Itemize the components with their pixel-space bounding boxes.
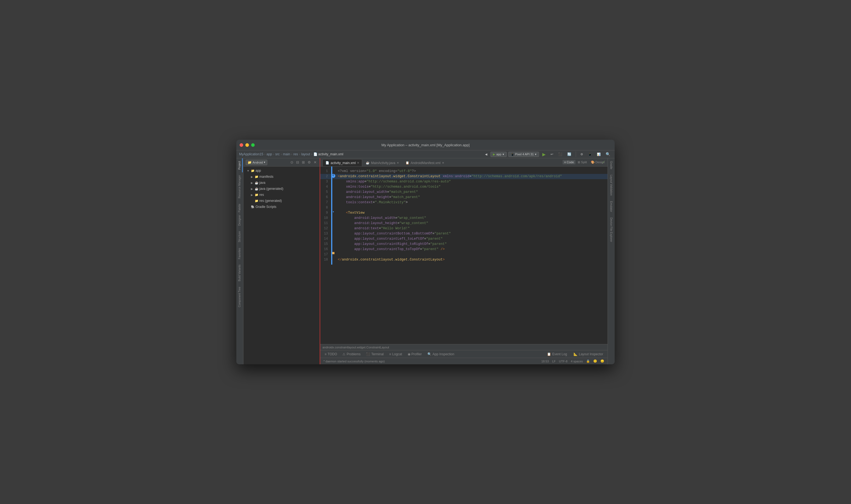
maximize-button[interactable] [251, 143, 255, 147]
sync-gradle-button[interactable]: 🔄 [566, 151, 573, 157]
bottom-tab-app-inspection[interactable]: 🔍 App Inspection [425, 352, 456, 357]
tree-item-res-generated[interactable]: 📁 res (generated) [243, 198, 320, 204]
scope-button[interactable]: ⊙ [290, 160, 294, 165]
face-icon-sad: 😞 [601, 359, 604, 363]
folder-icon-app: 📁 [250, 168, 255, 173]
project-view-dropdown[interactable]: 📁 Android ▾ [246, 160, 267, 165]
breadcrumb-src[interactable]: src [275, 152, 280, 156]
breadcrumb-file[interactable]: 📄activity_main.xml [313, 152, 343, 156]
stop-button[interactable]: ⬛ [557, 151, 564, 157]
code-line-15: 15 app:layout_constraintRight_toRightOf=… [320, 241, 608, 247]
tree-arrow-manifests: ▶ [250, 175, 254, 179]
sidebar-tab-project[interactable]: Project [237, 158, 243, 172]
code-editor[interactable]: 1 <?xml version="1.0" encoding="utf-8"?>… [320, 166, 608, 344]
tab-close-activity-main[interactable]: ✕ [357, 161, 359, 164]
app-dropdown[interactable]: ▶ app ▾ [490, 152, 506, 157]
editor-area: 📄 activity_main.xml ✕ ☕ MainActivity.jav… [320, 158, 608, 364]
project-panel: 📁 Android ▾ ⊙ ⊟ ⊞ ⚙ ✕ ▼ 📁 a [243, 158, 320, 364]
folder-icon-java-generated: ☕ [255, 186, 259, 191]
code-line-12: 12 android:text="Hello World!" [320, 226, 608, 231]
bottom-tab-todo[interactable]: ≡ TODO [323, 352, 339, 357]
left-sidebar-tabs: Project Resource Manager Designer - Pale… [236, 158, 243, 364]
folder-icon-java: ☕ [255, 180, 259, 185]
class-path-display: androidx.constraintlayout.widget.Constra… [323, 346, 389, 349]
sidebar-tab-structure[interactable]: Structure [237, 229, 243, 245]
tab-activity-main-xml[interactable]: 📄 activity_main.xml ✕ [323, 159, 362, 166]
bottom-tab-profiler[interactable]: ◉ Profiler [405, 352, 424, 357]
bottom-tab-problems[interactable]: ⚠ Problems [340, 352, 363, 357]
breadcrumb-layout[interactable]: layout [301, 152, 310, 156]
breadcrumb-res[interactable]: res [293, 152, 298, 156]
tree-item-manifests[interactable]: ▶ 📁 manifests [243, 174, 320, 180]
tree-item-java-generated[interactable]: ▶ ☕ java (generated) [243, 186, 320, 192]
indent-display: 4 spaces [571, 360, 583, 363]
right-panel: Gradle Layout Validation Emulator Device… [608, 158, 615, 364]
right-tab-layout-validation[interactable]: Layout Validation [609, 172, 614, 198]
sidebar-tab-resource-manager[interactable]: Resource Manager [237, 172, 243, 201]
code-line-14: 14 app:layout_constraintLeft_toLeftOf="p… [320, 236, 608, 241]
sidebar-tab-designer[interactable]: Designer - Palette [237, 201, 243, 229]
line-separator: LF [552, 360, 556, 363]
avd-manager-button[interactable]: 📱 [587, 152, 594, 157]
split-view-button[interactable]: ⊞ Split [576, 160, 588, 165]
tree-item-res[interactable]: ▶ 📁 res [243, 192, 320, 198]
run-button[interactable]: ▶ [541, 151, 547, 158]
lock-icon: 🔒 [586, 359, 590, 363]
tab-androidmanifest-xml[interactable]: 📋 AndroidManifest.xml ✕ [402, 159, 447, 166]
code-line-10: 10 android:layout_width="wrap_content" [320, 216, 608, 221]
tree-item-java[interactable]: ▶ ☕ java [243, 180, 320, 186]
search-everywhere-button[interactable]: 🔍 [604, 151, 612, 157]
profiler-button[interactable]: 📊 [595, 152, 602, 157]
time-display: 18:53 [541, 360, 549, 363]
project-panel-header: 📁 Android ▾ ⊙ ⊟ ⊞ ⚙ ✕ [243, 158, 320, 166]
bottom-tab-event-log[interactable]: 📋 Event Log [545, 352, 569, 357]
bottom-tab-layout-inspector[interactable]: 📐 Layout Inspector [571, 352, 605, 357]
code-line-2: 2 C <androidx.constraintlayout.widget.Co… [320, 174, 608, 179]
code-line-4: 4 xmlns:tools="http://schemas.android.co… [320, 184, 608, 190]
sdk-manager-button[interactable]: ⚙ [579, 152, 585, 157]
breadcrumb-myapp[interactable]: MyApplication15 [239, 152, 263, 156]
gradle-icon: 🐘 [250, 204, 255, 209]
code-line-5: 5 android:layout_width="match_parent" [320, 190, 608, 195]
file-tree: ▼ 📁 app ▶ 📁 manifests ▶ ☕ java [243, 166, 320, 364]
expand-button[interactable]: ⊞ [301, 160, 306, 165]
code-line-6: 6 android:layout_height="match_parent" [320, 195, 608, 200]
collapse-all-button[interactable]: ⊟ [295, 160, 300, 165]
bottom-tab-terminal[interactable]: ⬛ Terminal [364, 352, 386, 357]
tab-close-mainactivity[interactable]: ✕ [397, 161, 399, 164]
editor-status-bar: androidx.constraintlayout.widget.Constra… [320, 344, 608, 350]
sidebar-tab-build-variants[interactable]: Build Variants [237, 262, 243, 284]
bottom-status-line: * daemon started successfully (moments a… [320, 358, 608, 364]
bottom-tab-logcat[interactable]: ≡ Logcat [387, 352, 404, 357]
sidebar-tab-favorites[interactable]: Favorites [237, 245, 243, 262]
window-title: My Application – activity_main.xml [My_A… [381, 143, 470, 147]
breadcrumb-main[interactable]: main [283, 152, 290, 156]
code-line-9: 9 ▼ <TextView [320, 210, 608, 216]
sidebar-tab-component-tree[interactable]: Component Tree [237, 284, 243, 310]
code-line-3: 3 xmlns:app="http://schemas.android.com/… [320, 179, 608, 184]
right-tab-emulator[interactable]: Emulator [609, 198, 614, 215]
settings-button[interactable]: ⚙ [307, 160, 312, 165]
tab-close-androidmanifest[interactable]: ✕ [442, 161, 444, 164]
close-panel-button[interactable]: ✕ [313, 160, 317, 165]
right-tab-device-file-explorer[interactable]: Device File Explorer [609, 215, 614, 245]
breadcrumb: MyApplication15 › app › src › main › res… [236, 150, 615, 158]
tree-item-app[interactable]: ▼ 📁 app [243, 168, 320, 174]
back-button[interactable]: ◀ [483, 152, 489, 157]
code-line-13: 13 app:layout_constraintBottom_toBottomO… [320, 231, 608, 236]
toolbar-separator [576, 151, 576, 157]
code-line-7: 7 tools:context=".MainActivity"> [320, 200, 608, 205]
folder-icon-res: 📁 [255, 193, 259, 197]
minimize-button[interactable] [245, 143, 249, 147]
breadcrumb-app[interactable]: app [266, 152, 272, 156]
code-line-17: 17 [320, 252, 608, 257]
tree-item-gradle-scripts[interactable]: 🐘 Gradle Scripts [243, 204, 320, 210]
close-button[interactable] [240, 143, 243, 147]
device-dropdown[interactable]: 📱 Pixel 4 API 31 ▾ [508, 152, 539, 157]
right-tab-gradle[interactable]: Gradle [609, 158, 614, 172]
traffic-lights [240, 143, 255, 147]
code-view-button[interactable]: ≡ Code [562, 160, 576, 164]
tab-mainactivity-java[interactable]: ☕ MainActivity.java ✕ [363, 159, 402, 166]
folder-icon-res-generated: 📁 [255, 199, 259, 203]
refresh-button[interactable]: ↩ [549, 151, 555, 157]
